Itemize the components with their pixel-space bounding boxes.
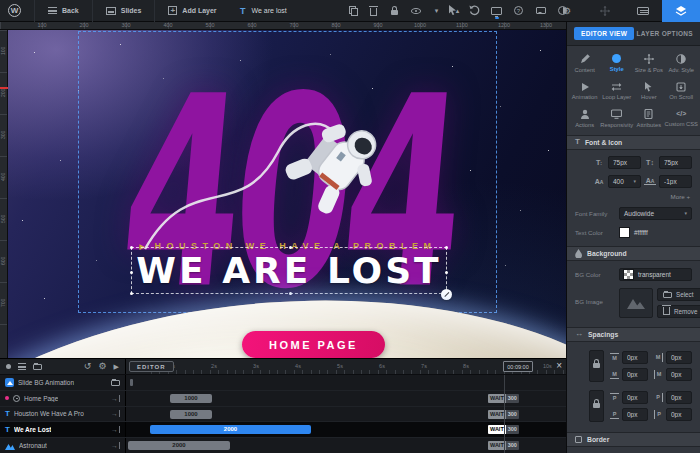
tab-style-active[interactable]: Style [600,51,633,76]
move-layer-down-button[interactable]: ▾ [431,5,442,16]
feedback-button[interactable] [535,5,546,16]
tab-attributes[interactable]: Attributes [633,106,664,131]
padding-right-input[interactable] [666,391,692,404]
duration-bar[interactable]: 1000 [170,394,212,403]
tab-actions[interactable]: Actions [569,106,600,131]
playhead[interactable] [504,375,505,453]
tab-size-pos[interactable]: Size & Pos [633,51,664,76]
selection-handle[interactable] [445,246,448,249]
settings-button[interactable]: ⚙ [548,7,586,16]
layer-list-icon[interactable] [18,363,26,370]
timeline-row-astronaut[interactable]: Astronaut → 2000 WAIT300 [0,438,566,453]
margin-top-input[interactable] [622,351,648,364]
layer-visibility-button[interactable] [410,5,421,16]
padding-bottom-input[interactable] [622,408,648,421]
letter-spacing-input[interactable] [659,175,692,188]
font-size-input[interactable] [608,156,641,169]
margin-left-input[interactable] [666,368,692,381]
play-icon[interactable]: ▶ [114,363,119,371]
select-tool-button[interactable] [447,5,458,16]
tab-adv-style[interactable]: Adv. Style [664,51,698,76]
shortcuts-button[interactable] [624,7,662,15]
astronaut-layer[interactable] [130,74,420,264]
duration-bar[interactable]: 1000 [170,410,212,419]
padding-top-input[interactable] [622,391,648,404]
folder-icon[interactable] [111,380,120,386]
timeline-settings-icon[interactable]: ⚙ [99,362,107,371]
home-page-button-layer[interactable]: HOME PAGE [242,331,385,358]
back-button[interactable]: Back [48,7,79,14]
select-image-button[interactable]: Select [657,288,700,301]
align-end-icon[interactable]: → [111,395,120,402]
selection-handle[interactable] [289,292,292,295]
padding-lock-button[interactable] [589,390,604,422]
preview-device-button[interactable] [491,5,502,16]
keyframe-marker[interactable] [130,379,133,386]
more-options-link[interactable]: More + [577,193,690,200]
align-end-icon[interactable]: → [111,442,120,449]
align-end-icon[interactable]: → [111,410,120,417]
duration-bar[interactable]: 2000 [150,425,311,434]
add-layer-button[interactable]: + Add Layer [168,6,216,15]
line-height-input[interactable] [659,156,692,169]
slide-canvas[interactable]: 404 ▶HOUSTON WE HAVE A PROBLEM [0,30,566,358]
remove-image-button[interactable]: Remove [657,305,700,318]
selection-handle[interactable] [130,292,133,295]
selection-handle[interactable] [445,271,448,274]
font-icon-section-header[interactable]: T Font & Icon [567,135,700,150]
background-section-header[interactable]: Background [567,246,700,261]
editor-mode-button[interactable]: EDITOR [129,361,174,372]
layers-panel-toggle[interactable] [662,0,700,22]
resize-handle[interactable] [441,289,452,300]
slides-button[interactable]: Slides [106,7,142,15]
bg-image-thumbnail[interactable] [619,288,653,318]
slide-bg-icon [5,378,14,387]
tab-hover[interactable]: Hover [633,79,664,104]
tab-custom-css[interactable]: </> Custom CSS [664,106,698,131]
font-weight-icon: AA [593,178,605,185]
selection-handle[interactable] [130,271,133,274]
undo-button[interactable] [469,5,480,16]
close-timeline-icon[interactable]: × [556,360,562,371]
text-color-swatch[interactable] [619,227,630,238]
margin-bottom-input[interactable] [622,368,648,381]
border-section-header[interactable]: Border [567,432,700,447]
tab-on-scroll[interactable]: On Scroll [664,79,698,104]
wordpress-logo-icon[interactable]: W [8,4,21,17]
layer-options-panel: EDITOR VIEW LAYER OPTIONS Content Style … [566,22,700,453]
lock-icon [391,10,398,15]
lock-layer-button[interactable] [389,5,400,16]
delete-layer-button[interactable] [368,5,379,16]
ruler-label: 8s [445,359,487,373]
tab-content[interactable]: Content [569,51,600,76]
timeline-row-we-are-lost-selected[interactable]: T We Are Lost → 2000 WAIT300 [0,422,566,438]
timeline-undo-icon[interactable]: ↻ [84,362,92,371]
timeline-row-slide-bg[interactable]: Slide BG Animation [0,375,566,391]
record-icon[interactable] [6,364,11,369]
timeline-row-houston[interactable]: T Houston We Have A Pro → 1000 WAIT300 [0,407,566,423]
move-tool-button-disabled[interactable] [586,6,624,16]
ruler-label: 1100 [441,22,483,28]
align-end-icon[interactable]: → [111,426,120,433]
margin-lock-button[interactable] [589,350,604,382]
selection-handle[interactable] [130,246,133,249]
group-folder-icon[interactable] [33,364,42,370]
duration-bar[interactable]: 2000 [128,441,230,450]
bg-color-field[interactable]: transparent [619,268,692,281]
time-display[interactable]: 00:09:00 [503,361,533,372]
margin-right-input[interactable] [666,351,692,364]
tab-responsivity[interactable]: Responsivity [600,106,633,131]
selected-title-layer[interactable]: WE ARE LOST [131,247,447,294]
font-weight-select[interactable]: 400▾ [608,175,641,188]
timeline-row-home-page[interactable]: Home Page → 1000 WAIT300 [0,391,566,407]
padding-left-input[interactable] [666,408,692,421]
spacings-section-header[interactable]: ↔ Spacings [567,327,700,342]
selection-handle[interactable] [289,246,292,249]
tab-loop-layer[interactable]: Loop Layer [600,79,633,104]
tab-animation[interactable]: Animation [569,79,600,104]
editor-view-button[interactable]: EDITOR VIEW [574,27,634,40]
duplicate-layer-button[interactable] [347,5,358,16]
help-button[interactable]: ? [513,5,524,16]
font-family-select[interactable]: Audiowide▾ [619,207,692,220]
ruler-label: 3s [235,359,277,373]
